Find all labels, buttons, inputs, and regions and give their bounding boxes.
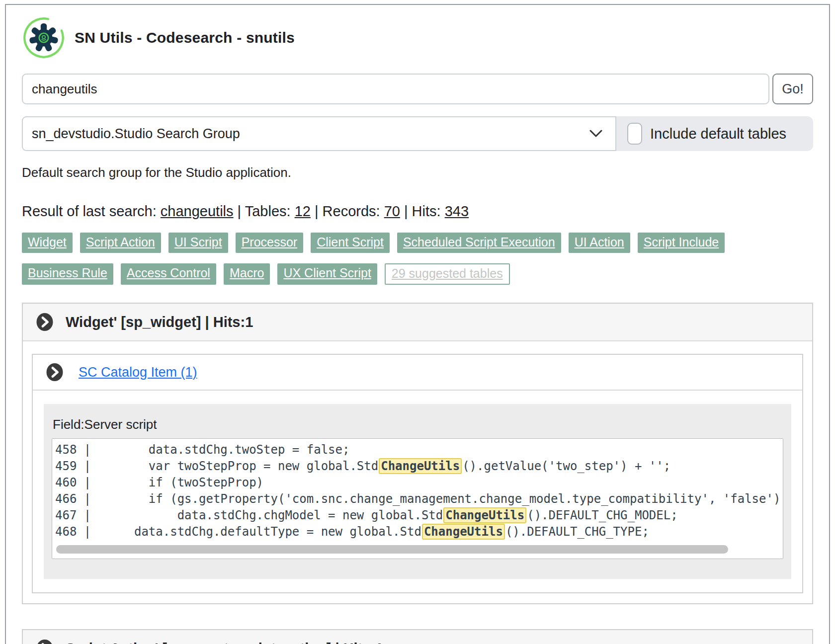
records-label: | Records:: [311, 203, 384, 219]
section-script-action-title: Script Action' [sysevent_script_action] …: [66, 641, 383, 644]
code-line: 460 | if (twoStepProp): [55, 475, 783, 491]
code-text: data.stdChg.chgModel = new global.Std: [91, 508, 443, 522]
result-summary-prefix: Result of last search:: [22, 203, 161, 219]
page-frame: SN Utils - Codesearch - snutils Go! sn_d…: [5, 4, 830, 644]
expand-chevron-icon[interactable]: [46, 363, 64, 381]
go-button[interactable]: Go!: [772, 74, 813, 104]
hits-count-link[interactable]: 343: [445, 203, 469, 219]
field-label: Field:Server script: [53, 417, 783, 432]
table-badge-ui-action[interactable]: UI Action: [569, 233, 630, 253]
code-text: if (gs.getProperty('com.snc.change_manag…: [91, 492, 783, 506]
table-badge-script-action[interactable]: Script Action: [80, 233, 161, 253]
section-script-action-header[interactable]: Script Action' [sysevent_script_action] …: [23, 630, 812, 644]
section-script-action: Script Action' [sysevent_script_action] …: [22, 629, 813, 644]
line-number: 460 |: [55, 476, 91, 489]
result-summary: Result of last search: changeutils | Tab…: [22, 203, 813, 220]
search-hit-highlight: ChangeUtils: [443, 507, 526, 523]
section-gap: [22, 604, 813, 609]
expand-chevron-icon[interactable]: [36, 640, 54, 644]
section-widget: Widget' [sp_widget] | Hits:1 SC Catalog …: [22, 303, 813, 604]
horizontal-scrollbar-thumb[interactable]: [56, 545, 728, 554]
chevron-down-icon: [589, 130, 602, 138]
code-line: 467 | data.stdChg.chgModel = new global.…: [55, 507, 783, 524]
line-number: 468 |: [55, 525, 91, 539]
section-widget-body: SC Catalog Item (1) Field:Server script …: [23, 341, 812, 603]
code-text: data.stdChg.twoStep = false;: [91, 443, 349, 457]
search-hit-highlight: ChangeUtils: [379, 458, 462, 474]
code-panel: Field:Server script 458 | data.stdChg.tw…: [44, 404, 791, 579]
snutils-gear-logo-icon: [22, 16, 66, 60]
line-number: 466 |: [55, 492, 91, 506]
code-text: ().DEFAULT_CHG_TYPE;: [505, 525, 649, 539]
include-default-tables-checkbox[interactable]: [627, 123, 642, 145]
table-badge-ux-client-script[interactable]: UX Client Script: [277, 263, 377, 285]
section-widget-title: Widget' [sp_widget] | Hits:1: [66, 314, 253, 330]
table-badge-macro[interactable]: Macro: [224, 263, 270, 285]
line-number: 459 |: [55, 459, 91, 473]
search-group-description: Default search group for the Studio appl…: [22, 165, 813, 180]
table-badge-access-control[interactable]: Access Control: [121, 263, 216, 285]
widget-record-group: SC Catalog Item (1) Field:Server script …: [32, 354, 803, 593]
table-badges-row-2: Business Rule Access Control Macro UX Cl…: [22, 263, 813, 285]
last-search-query-link[interactable]: changeutils: [161, 203, 234, 219]
hits-label: | Hits:: [400, 203, 445, 219]
table-badge-processor[interactable]: Processor: [236, 233, 304, 253]
table-badge-ui-script[interactable]: UI Script: [168, 233, 228, 253]
code-text: data.stdChg.defaultType = new global.Std: [91, 525, 421, 539]
table-badge-business-rule[interactable]: Business Rule: [22, 263, 113, 285]
horizontal-scrollbar: [56, 545, 779, 554]
code-line: 468 | data.stdChg.defaultType = new glob…: [55, 524, 783, 540]
code-line: 466 | if (gs.getProperty('com.snc.change…: [55, 491, 783, 507]
code-text: ().DEFAULT_CHG_MODEL;: [527, 508, 677, 522]
table-badge-scheduled-script-execution[interactable]: Scheduled Script Execution: [397, 233, 561, 253]
search-group-selected-value: sn_devstudio.Studio Search Group: [32, 126, 240, 142]
code-box: 458 | data.stdChg.twoStep = false; 459 |…: [52, 438, 783, 559]
page-title: SN Utils - Codesearch - snutils: [75, 29, 295, 46]
expand-chevron-icon[interactable]: [36, 313, 54, 331]
table-badge-script-include[interactable]: Script Include: [638, 233, 725, 253]
suggested-tables-button[interactable]: 29 suggested tables: [385, 263, 510, 285]
search-row: Go!: [22, 74, 813, 104]
records-count-link[interactable]: 70: [384, 203, 400, 219]
code-text: ().getValue('two_step') + '';: [462, 459, 670, 473]
record-group-header[interactable]: SC Catalog Item (1): [33, 355, 802, 391]
include-default-tables-group: Include default tables: [616, 116, 813, 151]
code-text: if (twoStepProp): [91, 476, 263, 489]
section-widget-header[interactable]: Widget' [sp_widget] | Hits:1: [23, 304, 812, 341]
table-badges-row-1: Widget Script Action UI Script Processor…: [22, 233, 813, 253]
table-badge-widget[interactable]: Widget: [22, 233, 73, 253]
record-link-sc-catalog-item[interactable]: SC Catalog Item (1): [79, 365, 197, 380]
search-group-select[interactable]: sn_devstudio.Studio Search Group: [22, 116, 616, 151]
code-line: 458 | data.stdChg.twoStep = false;: [55, 442, 783, 458]
code-text: var twoStepProp = new global.Std: [91, 459, 378, 473]
include-default-tables-label: Include default tables: [650, 126, 786, 142]
search-input[interactable]: [22, 74, 769, 104]
search-group-row: sn_devstudio.Studio Search Group Include…: [22, 116, 813, 151]
code-line: 459 | var twoStepProp = new global.StdCh…: [55, 458, 783, 475]
search-hit-highlight: ChangeUtils: [422, 524, 505, 540]
tables-label: | Tables:: [234, 203, 295, 219]
code-area: Field:Server script 458 | data.stdChg.tw…: [33, 391, 802, 592]
tables-count-link[interactable]: 12: [295, 203, 311, 219]
line-number: 467 |: [55, 508, 91, 522]
table-badge-client-script[interactable]: Client Script: [311, 233, 390, 253]
app-header: SN Utils - Codesearch - snutils: [22, 16, 813, 60]
line-number: 458 |: [55, 443, 91, 457]
